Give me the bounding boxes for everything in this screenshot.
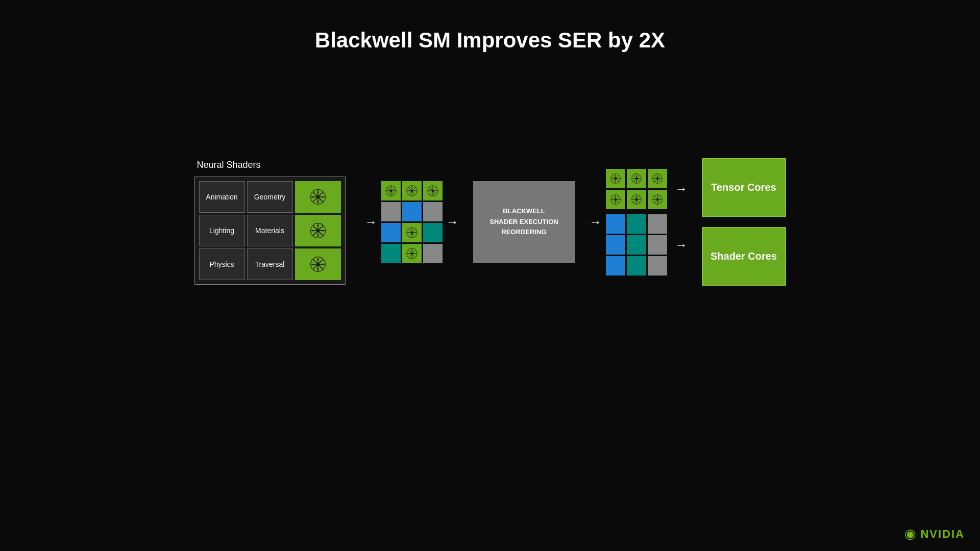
snowflake-icon-2 [310,222,326,239]
ser-line3: REORDERING [501,227,546,238]
traversal-cell: Traversal [247,248,293,280]
arrow-top-right: → [675,182,688,196]
out-t1 [627,214,646,234]
out-g2 [627,169,646,188]
neural-shaders-container: Neural Shaders Animation Geometry [194,160,346,285]
svg-point-53 [410,231,412,233]
tensor-cores-label: Tensor Cores [711,182,776,193]
svg-point-59 [410,252,412,254]
snowflake-icon-3 [310,256,326,272]
physics-cell: Physics [199,248,245,280]
svg-point-47 [431,189,433,191]
page-title: Blackwell SM Improves SER by 2X [0,0,980,53]
svg-point-8 [312,196,313,197]
svg-point-26 [317,258,318,260]
nvidia-text: NVIDIA [920,528,965,541]
img-cell-g3 [423,181,443,201]
out-icon-2 [631,173,642,184]
out-t2 [627,235,646,255]
animation-cell: Animation [199,181,245,213]
grid-icon-1 [385,185,397,197]
input-mixed-grid [381,181,443,263]
svg-point-6 [317,191,318,192]
icon-cell-2 [295,215,341,246]
output-top-row: → [606,169,692,209]
tensor-cores-box: Tensor Cores [702,158,786,217]
grid-icon-3 [427,185,439,197]
img-cell-g4 [402,223,422,242]
svg-point-25 [316,262,319,265]
out-icon-3 [652,173,663,184]
svg-point-83 [615,198,617,201]
output-bottom-row: → [606,214,692,276]
out-gray3 [648,256,667,276]
img-cell-blue1 [402,202,422,221]
svg-point-77 [656,178,658,180]
img-cell-gray2 [423,202,443,221]
nvidia-logo: ◉ NVIDIA [904,526,965,542]
out-b1 [606,214,625,234]
img-cell-teal1 [423,223,443,242]
icon-cell-3 [295,248,341,280]
arrow-3: → [590,215,602,229]
svg-point-18 [312,230,313,231]
svg-point-65 [615,178,617,180]
ser-line2: SHADER EXECUTION [489,217,558,228]
out-icon-5 [631,194,642,205]
out-t3 [627,256,646,276]
svg-point-28 [312,263,313,265]
svg-point-9 [322,196,324,197]
geometry-cell: Geometry [247,181,293,213]
out-icon-1 [610,173,621,184]
nvidia-eye-icon: ◉ [904,526,916,542]
svg-point-5 [316,195,319,198]
grid-icon-4 [406,227,418,239]
output-area: → → [606,169,692,276]
img-cell-gray1 [381,202,401,221]
out-icon-6 [652,194,663,205]
img-cell-g1 [381,181,401,201]
svg-point-19 [322,230,324,231]
svg-point-29 [322,263,324,265]
diagram-area: Neural Shaders Animation Geometry [0,158,980,286]
output-top-grid [606,169,667,209]
svg-point-35 [389,189,391,191]
out-g1 [606,169,625,188]
ser-box: BLACKWELL SHADER EXECUTION REORDERING [473,181,575,263]
svg-point-41 [410,189,412,191]
out-g4 [606,190,625,209]
shader-grid: Animation Geometry Lighting Mater [194,177,346,285]
arrow-2: → [447,215,459,229]
svg-point-95 [656,198,658,201]
out-g6 [648,190,667,209]
shader-cores-label: Shader Cores [710,251,777,262]
arrow-1: → [365,215,377,229]
svg-point-15 [316,229,319,232]
icon-cell-1 [295,181,341,213]
out-b3 [606,256,625,276]
img-cell-g2 [402,181,422,201]
svg-point-71 [635,178,638,180]
svg-point-27 [317,268,318,270]
grid-icon-5 [406,247,418,260]
svg-point-16 [317,224,318,226]
arrow-bottom-right: → [675,238,688,252]
grid-icon-2 [406,185,418,197]
shader-cores-box: Shader Cores [702,227,786,286]
img-cell-teal2 [381,244,401,263]
out-g3 [648,169,667,188]
out-g5 [627,190,646,209]
img-cell-gray3 [423,244,443,263]
out-b2 [606,235,625,255]
img-cell-g5 [402,244,422,263]
out-gray1 [648,214,667,234]
svg-point-89 [635,198,638,201]
neural-shaders-label: Neural Shaders [197,160,261,170]
out-icon-4 [610,194,621,205]
materials-cell: Materials [247,215,293,246]
output-bottom-grid [606,214,667,276]
img-cell-blue2 [381,223,401,242]
snowflake-icon-1 [310,189,326,205]
lighting-cell: Lighting [199,215,245,246]
svg-point-17 [317,235,318,236]
